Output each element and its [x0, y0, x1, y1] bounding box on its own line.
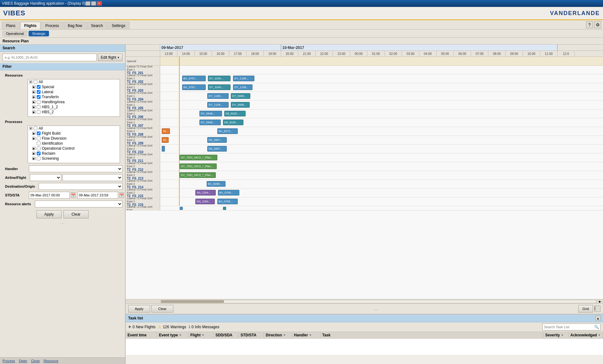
- std-from-input[interactable]: 09-Mar-2017 00:00: [29, 192, 70, 199]
- tree-item-flightbuild[interactable]: ▶ Flight Build: [28, 131, 120, 136]
- cb-lateral[interactable]: [37, 90, 41, 94]
- cb-transferin[interactable]: [37, 95, 41, 99]
- bar-65-208[interactable]: 65...: [162, 128, 170, 134]
- cb-flowdiversion[interactable]: [37, 136, 41, 140]
- help-button[interactable]: ?: [586, 21, 593, 28]
- bar-ba0769-216[interactable]: BA_0769...: [217, 199, 238, 204]
- handler-select[interactable]: [29, 165, 122, 172]
- expand-reclaim[interactable]: ▶: [32, 152, 35, 155]
- cb-resources-all[interactable]: [34, 80, 37, 84]
- expand-all-resources[interactable]: ▼: [29, 80, 32, 83]
- filter-clear-button[interactable]: Clear: [63, 210, 89, 218]
- col-event-time[interactable]: Event time: [126, 333, 157, 338]
- expand-flowdiversion[interactable]: ▶: [32, 137, 35, 140]
- cb-flightbuild[interactable]: [37, 131, 41, 135]
- tree-item-lateral[interactable]: ▶ Lateral: [28, 89, 120, 94]
- bar-small-210[interactable]: [162, 146, 165, 152]
- bar-ba8268-214[interactable]: BA_8268...: [207, 181, 225, 187]
- tree-item-processes-all[interactable]: ▼ All: [28, 126, 120, 131]
- tree-item-transferin[interactable]: ▶ TransferIn: [28, 94, 120, 99]
- dest-select[interactable]: [39, 183, 122, 190]
- process-link[interactable]: Process: [3, 359, 15, 363]
- bar-dy0948-206[interactable]: DY_0948...: [199, 111, 222, 116]
- airline-select[interactable]: [30, 174, 61, 181]
- tree-item-hbs12[interactable]: ▶ HBS_1_2: [28, 104, 120, 110]
- cb-handlingarea[interactable]: [37, 100, 41, 104]
- expand-handlingarea[interactable]: ▶: [32, 100, 35, 104]
- expand-transferin[interactable]: ▶: [32, 95, 35, 99]
- bar-dy7051-213[interactable]: DY_7051_MCO_*_Plan...: [180, 172, 216, 178]
- search-task-icon[interactable]: 🔍: [594, 325, 599, 329]
- flight-select[interactable]: [62, 174, 122, 181]
- col-direction[interactable]: Direction ▼: [264, 333, 292, 338]
- bar-dy0948-207[interactable]: DY_0948...: [199, 120, 221, 125]
- col-stdsta[interactable]: STD/STA: [239, 333, 264, 338]
- bar-dy7051-212[interactable]: DY_7051_MCO_*_Plan...: [180, 163, 217, 169]
- gantt-clear-button[interactable]: Clear: [151, 305, 173, 313]
- bar-dy1108-204[interactable]: DY_1108...: [207, 93, 229, 99]
- maximize-button[interactable]: □: [91, 1, 96, 6]
- bar-dy3240-203[interactable]: DY_3240...: [208, 84, 231, 90]
- tab-search[interactable]: Search: [87, 22, 107, 29]
- bar-d85025-206[interactable]: D8_5025...: [224, 111, 246, 116]
- std-to-input[interactable]: 09-Mar-2017 23:59: [77, 192, 118, 199]
- bar-d85025-207[interactable]: D8_5025...: [223, 120, 243, 125]
- bar-dy0998-205[interactable]: DY_0998...: [231, 102, 250, 108]
- bar-dy1108-205[interactable]: DY_1108...: [207, 102, 229, 108]
- cb-processes-all[interactable]: [34, 126, 37, 130]
- bar-dy1198-202[interactable]: DY_1198...: [233, 76, 254, 81]
- bar-d82807-209[interactable]: D8_2807...: [207, 137, 227, 143]
- bar-dy3240-202[interactable]: DY_3240...: [208, 76, 231, 81]
- alerts-select[interactable]: [35, 201, 122, 207]
- filter-apply-button[interactable]: Apply: [36, 210, 62, 218]
- col-flight[interactable]: Flight ▼: [188, 333, 214, 338]
- expand-all-processes[interactable]: ▼: [29, 127, 32, 130]
- hscroll-thumb[interactable]: [161, 300, 224, 303]
- close-link[interactable]: Close: [31, 359, 40, 363]
- col-acknowledged[interactable]: Acknowledged ▼: [568, 333, 603, 338]
- bar-65-209[interactable]: 65...: [162, 137, 169, 143]
- col-handler[interactable]: Handler ▼: [292, 333, 320, 338]
- cb-reclaim[interactable]: [37, 152, 41, 155]
- cal-from-icon[interactable]: 📅: [71, 192, 75, 198]
- cb-hbs12[interactable]: [37, 105, 41, 109]
- scroll-right-btn[interactable]: ▶: [597, 299, 603, 304]
- col-task[interactable]: Task: [320, 333, 543, 338]
- bar-d82807-210[interactable]: D8_2807...: [207, 146, 227, 152]
- tab-flights[interactable]: Flights: [20, 22, 41, 29]
- tree-item-hbs2[interactable]: ▶ HBS_2: [28, 110, 120, 115]
- gantt-body[interactable]: Special Lateral T2 Final Sort East 1 T2_…: [126, 57, 603, 299]
- tree-item-handlingarea[interactable]: ▶ HandlingArea: [28, 99, 120, 104]
- expand-hbs2[interactable]: ▶: [32, 110, 35, 114]
- tree-item-flowdiversion[interactable]: ▶ Flow Diversion: [28, 136, 120, 141]
- settings-icon-button[interactable]: ⚙: [594, 21, 601, 28]
- tree-item-special[interactable]: ▶ Special: [28, 84, 120, 89]
- bar-sn2284-216[interactable]: SN_2284...: [195, 199, 215, 204]
- expand-lateral[interactable]: ▶: [32, 90, 35, 94]
- col-event-type[interactable]: Event type ▼: [157, 333, 188, 338]
- tree-item-resources-all[interactable]: ▼ All: [28, 79, 120, 84]
- tab-plans[interactable]: Plans: [2, 22, 19, 29]
- bar-dy7051-211[interactable]: DY_7051_MCO_*_Plan...: [180, 155, 217, 160]
- close-button[interactable]: ✕: [97, 1, 102, 6]
- expand-flightbuild[interactable]: ▶: [32, 132, 35, 135]
- cb-screening[interactable]: [37, 157, 41, 160]
- tab-settings[interactable]: Settings: [108, 22, 129, 29]
- col-sddsda[interactable]: SDD/SDA: [214, 333, 239, 338]
- expand-hbs12[interactable]: ▶: [32, 105, 35, 109]
- bar-dy0998-204[interactable]: DY_0998...: [231, 93, 250, 99]
- cb-hbs2[interactable]: [37, 110, 41, 114]
- grid-size-handle[interactable]: |: [594, 306, 600, 312]
- search-task-input[interactable]: [544, 325, 594, 329]
- bar-ba0769-215[interactable]: BA_0769...: [218, 190, 239, 195]
- subtab-strategic[interactable]: Strategic: [29, 31, 49, 36]
- tree-item-screening[interactable]: ▶ Screening: [28, 156, 120, 161]
- hscroll-track[interactable]: [161, 300, 596, 303]
- bar-ba8272-208[interactable]: BA_8272...: [217, 128, 238, 134]
- open-link[interactable]: Open: [19, 359, 27, 363]
- search-input[interactable]: [3, 54, 97, 61]
- cb-identification[interactable]: [37, 142, 41, 145]
- resource-link[interactable]: Resource: [44, 359, 58, 363]
- expand-screening[interactable]: ▶: [32, 157, 35, 160]
- tab-process[interactable]: Process: [41, 22, 63, 29]
